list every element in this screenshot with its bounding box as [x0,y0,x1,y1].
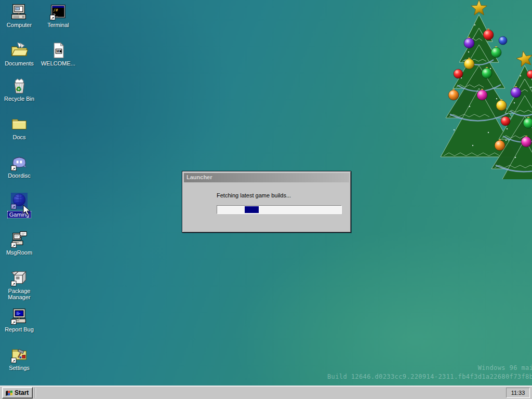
desktop-icon-docs[interactable]: Docs [1,115,38,140]
doordisc-icon [10,154,28,171]
desktop-icon-recycle-bin[interactable]: ♻ Recycle Bin [1,77,38,102]
settings-icon [10,346,28,364]
folder-icon [10,115,28,133]
desktop-icon-terminal[interactable]: /# >_ Terminal [39,3,77,28]
desktop-icon-label: Docs [11,134,26,140]
desktop-icon-label: Report Bug [4,326,35,332]
desktop-icon-label: Settings [8,365,31,371]
start-button[interactable]: Start [2,387,33,398]
desktop-icon-label: Doordisc [7,172,31,179]
desktop-icon-computer[interactable]: Computer [1,3,38,28]
desktop-icon-gaming[interactable]: Gaming [1,192,38,218]
svg-text:♻: ♻ [16,85,21,93]
progress-bar [217,205,342,214]
christmas-tree-graphic [438,0,532,179]
launcher-dialog: Launcher Fetching latest game builds... [182,171,351,233]
desktop-icon-label: Computer [6,22,33,28]
gaming-icon [10,192,28,210]
folder-documents-icon [10,42,28,59]
desktop-icon-package-manager[interactable]: Package Manager [1,269,38,300]
msgroom-icon [10,231,28,248]
svg-text:M: M [57,49,60,53]
progress-block [245,206,259,213]
desktop-icon-label: Recycle Bin [3,96,35,102]
windows-logo-icon [5,389,13,397]
desktop-icon-documents[interactable]: Documents [1,42,38,66]
desktop[interactable]: ↗ [0,0,532,385]
launcher-titlebar[interactable]: Launcher [184,173,349,182]
start-label: Start [15,389,29,396]
recycle-bin-icon: ♻ [10,77,28,95]
desktop-icon-settings[interactable]: Settings [1,346,38,371]
taskbar-clock: 11:33 [511,390,525,396]
report-bug-icon [10,308,28,325]
document-icon: M [49,42,67,59]
watermark-line1: Windows 96 main [327,364,532,373]
desktop-icon-welcome[interactable]: M WELCOME... [39,42,77,66]
desktop-icon-label: WELCOME... [40,60,76,66]
desktop-icon-label: MsgRoom [5,249,33,256]
desktop-icon-doordisc[interactable]: Doordisc [1,154,38,179]
taskbar-divider [35,388,36,398]
computer-icon [10,3,28,21]
launcher-title: Launcher [187,174,212,180]
taskbar: Start 11:33 [0,385,532,399]
launcher-message: Fetching latest game builds... [217,192,351,198]
watermark-line2: Build 12646.d0233cc9.220914-2311.fb4f3d1… [327,373,532,381]
desktop-icon-label: Documents [4,60,35,66]
terminal-icon: /# >_ [49,3,67,21]
package-icon [10,269,28,287]
desktop-icon-label: Gaming [7,211,32,218]
system-tray[interactable]: 11:33 [506,388,530,398]
desktop-icon-label: Terminal [46,22,70,28]
desktop-icon-label: Package Manager [1,288,38,300]
build-watermark: Windows 96 main Build 12646.d0233cc9.220… [327,364,532,381]
desktop-icon-report-bug[interactable]: Report Bug [1,308,38,332]
desktop-icon-msgroom[interactable]: MsgRoom [1,231,38,256]
